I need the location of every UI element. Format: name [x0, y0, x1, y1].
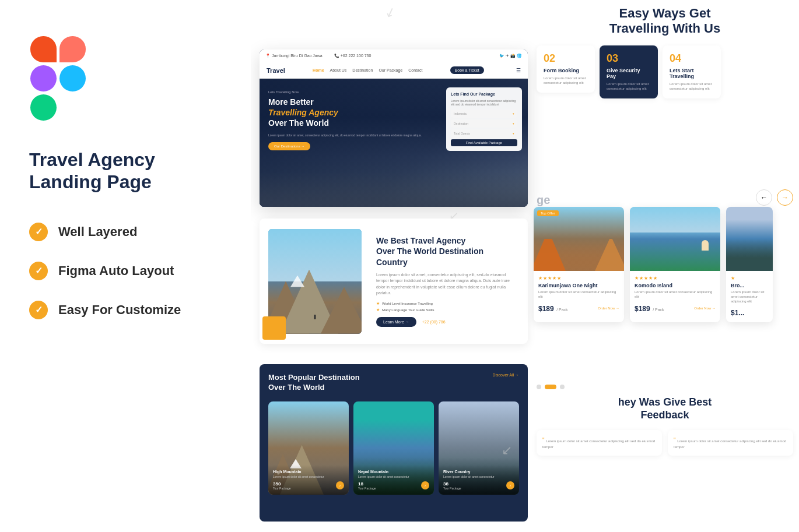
step-04-num: 04 — [670, 52, 714, 65]
nav-package: Our Package — [379, 68, 402, 72]
logo-piece-blue — [59, 65, 86, 91]
bs-card-arrow-2[interactable]: › — [421, 481, 429, 489]
dest-card-body-3: ★ Bro... Lorem ipsum dolor sit amet cons… — [726, 271, 773, 322]
dot-2-active[interactable] — [545, 385, 556, 389]
bs-card-footer-3: 38 Tour Package › — [443, 481, 514, 490]
popular-destinations-section: Most Popular Destination Over The World … — [260, 364, 528, 522]
ta-image — [268, 229, 367, 334]
ta-badges: World Level Insurance Travelling Many La… — [376, 301, 519, 312]
bs-card-bg-1: High Mountain Lorem ipsum dolor sit amet… — [268, 401, 349, 495]
step-04-desc: Lorem ipsum dolor sit amet consectetur a… — [670, 82, 714, 91]
dest-name-1: Karimunjawa One Night — [538, 283, 619, 288]
bs-card-name-3: River Country — [443, 470, 514, 474]
bs-card-overlay-2: Nepal Mountain Lorem ipsum dolor sit ame… — [353, 465, 434, 495]
hero-cta-btn[interactable]: Our Destinations → — [268, 142, 310, 150]
feature-item-easy-customize: Easy For Customize — [29, 301, 216, 319]
dest-desc-1: Lorem ipsum dolor sit amet consectetur a… — [538, 290, 619, 300]
dest-card-komodo: ★★★★★ Komodo Island Lorem ipsum dolor si… — [630, 207, 720, 322]
test-quote-2: Lorem ipsum dolor sit amet consectetur a… — [674, 436, 787, 450]
input-from-value: Indonesia — [454, 112, 467, 115]
feature-label-figma-auto-layout: Figma Auto Layout — [58, 263, 174, 279]
bs-card-arrow-3[interactable]: › — [506, 481, 514, 489]
dest-order-1[interactable]: Order Now → — [598, 306, 619, 310]
next-arrow[interactable]: → — [777, 189, 793, 206]
dest-stars-3: ★ — [731, 276, 768, 281]
test-card-1: Lorem ipsum dolor sit amet consectetur a… — [537, 430, 662, 456]
dest-price-row-2: $189 / Pack Order Now → — [635, 303, 716, 313]
nav-about: About Us — [330, 68, 347, 72]
top-offer-badge: Top Offer — [537, 210, 559, 216]
feature-list: Well Layered Figma Auto Layout Easy For … — [29, 223, 216, 319]
bs-cards-row: High Mountain Lorem ipsum dolor sit amet… — [260, 401, 528, 495]
dest-card-body-2: ★★★★★ Komodo Island Lorem ipsum dolor si… — [630, 271, 720, 318]
bs-card-high-mountain: High Mountain Lorem ipsum dolor sit amet… — [268, 401, 349, 495]
curl-arrow-top: ↙ — [383, 3, 398, 22]
dest-card-partial: ★ Bro... Lorem ipsum dolor sit amet cons… — [726, 207, 773, 322]
dest-cards-section: Top Offer ★★★★★ Karimunjawa One Night Lo… — [534, 207, 796, 322]
bs-card-desc-3: Lorem ipsum dolor sit amet consectetur — [443, 475, 514, 479]
bs-card-num-1: 350 — [273, 481, 291, 487]
nav-hamburger-icon[interactable]: ☰ — [516, 68, 521, 73]
dest-card-body-1: ★★★★★ Karimunjawa One Night Lorem ipsum … — [534, 271, 624, 318]
dest-price-3: $1... — [731, 309, 744, 317]
topbar-social: 🐦 ✈ 📸 🌐 — [499, 54, 522, 58]
test-card-2: Lorem ipsum dolor sit amet consectetur a… — [668, 430, 793, 456]
hero-nav: Travel Home About Us Destination Our Pac… — [260, 62, 528, 79]
bs-card-desc-2: Lorem ipsum dolor sit amet consectetur — [358, 475, 429, 479]
dest-stars-2: ★★★★★ — [635, 276, 716, 281]
test-quote-1: Lorem ipsum dolor sit amet consectetur a… — [542, 436, 656, 450]
search-btn[interactable]: Find Available Package — [451, 139, 517, 146]
figma-logo — [29, 35, 87, 119]
ta-yellow-accent — [262, 316, 286, 340]
bs-card-name-2: Nepal Mountain — [358, 470, 429, 474]
input-guests[interactable]: Total Guests ▾ — [451, 129, 517, 138]
logo-piece-purple — [30, 65, 57, 91]
dest-card-img-1: Top Offer — [534, 207, 624, 271]
ta-title: We Best Travel Agency Over The World Des… — [376, 235, 519, 267]
dot-3[interactable] — [560, 385, 565, 389]
dest-price-2: $189 — [635, 305, 650, 313]
step-04-title: Lets Start Travelling — [670, 68, 714, 79]
testimonial-title: hey Was Give Best Feedback — [537, 396, 793, 421]
dropdown-arrow-1: ▾ — [513, 112, 514, 115]
learn-more-btn[interactable]: Learn More → — [376, 317, 416, 327]
curl-arrow-bottom: ↙ — [502, 443, 512, 458]
bs-card-num-label-3: Tour Package — [443, 487, 461, 490]
input-dest-value: Destination — [454, 122, 468, 125]
input-guests-value: Total Guests — [454, 132, 470, 135]
pagination-dots — [537, 385, 565, 389]
bs-discover-btn[interactable]: Discover All → — [492, 373, 519, 377]
nav-logo: Travel — [267, 67, 285, 74]
bs-card-arrow-1[interactable]: › — [336, 481, 344, 489]
topbar-phone: 📞 +62 222 100 730 — [334, 54, 372, 58]
bs-card-bg-2: Nepal Mountain Lorem ipsum dolor sit ame… — [353, 401, 434, 495]
input-from[interactable]: Indonesia ▾ — [451, 110, 517, 118]
hero-screenshot: 📍 Jambungi Biru Di Gao Jawa 📞 +62 222 10… — [260, 50, 528, 207]
dest-order-2[interactable]: Order Now → — [694, 306, 716, 310]
check-icon-figma-auto-layout — [29, 262, 48, 280]
nav-home: Home — [313, 68, 324, 72]
easy-ways-section: Easy Ways Get Travelling With Us 02 Form… — [537, 6, 793, 98]
bs-card-footer-2: 18 Tour Package › — [358, 481, 429, 490]
bs-title: Most Popular Destination Over The World — [268, 373, 360, 393]
input-destination[interactable]: Destination ▾ — [451, 119, 517, 128]
dest-desc-2: Lorem ipsum dolor sit amet consectetur a… — [635, 290, 716, 300]
step-03-desc: Lorem ipsum dolor sit amet consectetur a… — [607, 82, 651, 91]
nav-book-btn[interactable]: Book a Ticket — [450, 66, 484, 74]
dest-stars-1: ★★★★★ — [538, 276, 619, 281]
feature-label-easy-customize: Easy For Customize — [58, 302, 181, 318]
nav-contact: Contact — [408, 68, 422, 72]
nav-links: Home About Us Destination Our Package Co… — [313, 68, 422, 72]
prev-arrow[interactable]: ← — [756, 189, 772, 206]
nav-arrows: ← → — [756, 189, 793, 206]
dest-card-img-3 — [726, 207, 773, 271]
step-03-num: 03 — [607, 52, 651, 65]
steps-row: 02 Form Booking Lorem ipsum dolor sit am… — [537, 45, 793, 98]
bs-card-overlay-1: High Mountain Lorem ipsum dolor sit amet… — [268, 465, 349, 495]
dest-price-unit-1: / Pack — [556, 308, 567, 312]
dot-1[interactable] — [537, 385, 541, 389]
hero-topbar: 📍 Jambungi Biru Di Gao Jawa 📞 +62 222 10… — [260, 50, 528, 62]
ta-badge-2: Many Language Tour Guide Skills — [376, 308, 519, 312]
dropdown-arrow-2: ▾ — [513, 122, 514, 125]
dest-card-img-2 — [630, 207, 720, 271]
